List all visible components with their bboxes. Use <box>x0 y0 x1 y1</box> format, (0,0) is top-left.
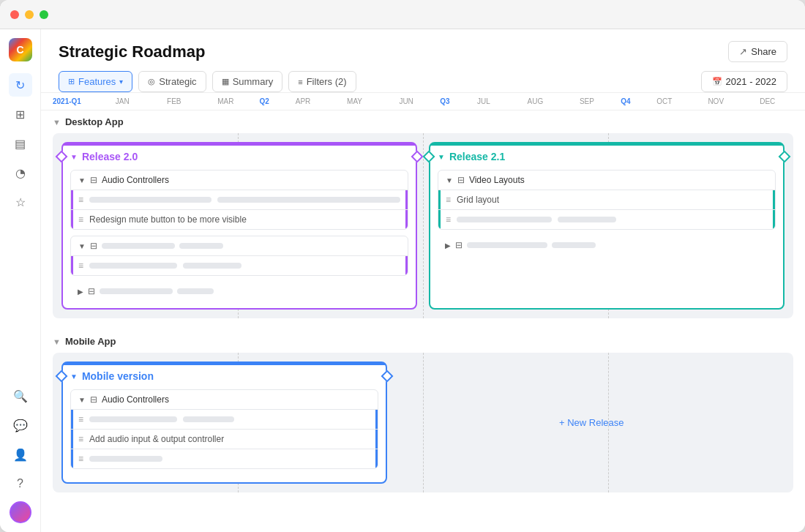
left-bar <box>71 256 73 275</box>
desktop-releases-area: ▼ Release 2.0 ▼ ⊟ Audio Controllers <box>53 133 793 318</box>
chevron-down-icon: ▼ <box>53 118 61 127</box>
chevron-down-icon: ▼ <box>78 396 86 404</box>
sidebar-search-icon[interactable]: 🔍 <box>9 384 32 408</box>
timeline-area[interactable]: 2021-Q1 JAN FEB MAR Q2 APR MAY JUN Q3 JU… <box>41 93 805 532</box>
chevron-icon: ▼ <box>70 372 78 381</box>
release-top-bar-blue <box>63 363 386 365</box>
target-icon: ◎ <box>148 77 155 86</box>
left-bar <box>438 190 441 209</box>
grid-icon: ⊞ <box>68 77 75 86</box>
release-top-bar-teal <box>430 143 783 146</box>
mobile-releases-area: ▼ Mobile version ▼ ⊟ Audio Controllers <box>53 353 793 492</box>
list-icon: ≡ <box>78 454 83 464</box>
new-release-button[interactable]: + New Release <box>553 411 630 434</box>
month-may: MAY <box>329 97 381 105</box>
list-icon: ≡ <box>78 261 83 271</box>
maximize-button[interactable] <box>40 10 48 19</box>
year-button[interactable]: 📅 2021 - 2022 <box>701 71 787 92</box>
release-title: Mobile version <box>82 370 154 382</box>
feature-group-2-header[interactable]: ▼ ⊟ <box>71 236 408 255</box>
skeleton-line <box>552 242 596 248</box>
diamond-right-purple <box>411 151 424 163</box>
sidebar-item-roadmap[interactable]: ↻ <box>9 73 32 97</box>
month-apr: APR <box>277 97 329 105</box>
skeleton-line <box>102 243 175 249</box>
release-mobile-header: ▼ Mobile version <box>70 370 378 382</box>
sidebar-person-icon[interactable]: 👤 <box>9 443 32 466</box>
tab-summary[interactable]: ▦ Summary <box>212 71 283 92</box>
feature-group-header[interactable]: ▼ ⊟ Audio Controllers <box>71 171 408 190</box>
group-mobile-app-header[interactable]: ▼ Mobile App <box>41 330 805 353</box>
filter-icon: ≡ <box>298 78 302 86</box>
release-2-0-header: ▼ Release 2.0 <box>70 151 408 162</box>
feature-group-icon: ⊟ <box>88 286 95 296</box>
tab-features[interactable]: ⊞ Features ▾ <box>59 71 132 92</box>
sidebar-item-layers[interactable]: ▤ <box>9 132 32 155</box>
skeleton-content <box>89 263 400 269</box>
skeleton-line <box>217 197 400 203</box>
group-desktop-app: ▼ Desktop App <box>41 110 805 318</box>
calendar-icon: ▦ <box>222 77 229 86</box>
release-2-1-header: ▼ Release 2.1 <box>438 151 776 162</box>
group-desktop-app-header[interactable]: ▼ Desktop App <box>41 110 805 133</box>
release-card-2-0: ▼ Release 2.0 ▼ ⊟ Audio Controllers <box>61 142 417 310</box>
feature-group-icon: ⊟ <box>90 175 97 185</box>
calendar-range-icon: 📅 <box>712 77 722 86</box>
feature-item[interactable]: ≡ Redesign mute button to be more visibl… <box>71 209 408 229</box>
filters-button[interactable]: ≡ Filters (2) <box>288 71 356 92</box>
feature-group-audio-controllers: ▼ ⊟ Audio Controllers ≡ <box>70 170 408 230</box>
skeleton-content <box>467 242 596 248</box>
feature-item[interactable]: ≡ Grid layout <box>438 190 775 209</box>
tab-strategic[interactable]: ◎ Strategic <box>138 71 206 92</box>
toolbar-row: ⊞ Features ▾ ◎ Strategic ▦ Summary ≡ F <box>59 71 787 92</box>
skeleton-line <box>177 288 214 294</box>
skeleton-line <box>457 217 552 222</box>
month-jan: JAN <box>97 97 149 105</box>
skeleton-row <box>102 243 400 249</box>
release-top-bar-purple <box>63 143 416 146</box>
right-bar <box>375 449 378 468</box>
diamond-left-teal <box>423 151 435 163</box>
feature-group-2-collapsed[interactable]: ▶ ⊟ <box>438 236 776 255</box>
sidebar-item-grid[interactable]: ⊞ <box>9 102 32 126</box>
feature-item[interactable]: ≡ Add audio input & output controller <box>71 429 378 449</box>
release-title: Release 2.1 <box>449 151 505 162</box>
app-window: C ↻ ⊞ ▤ ◔ ☆ 🔍 💬 👤 ? Strategic Roadmap ↗ <box>0 0 805 532</box>
feature-group-icon: ⊟ <box>457 175 465 185</box>
feature-group-video-layouts: ▼ ⊟ Video Layouts ≡ Grid layout <box>438 170 776 230</box>
feature-group-3-collapsed[interactable]: ▶ ⊟ <box>70 282 408 301</box>
feature-text: Grid layout <box>457 195 499 205</box>
feature-item[interactable]: ≡ <box>71 190 408 209</box>
skeleton-content <box>89 416 370 422</box>
sidebar-question-icon[interactable]: ? <box>9 472 32 495</box>
feature-item[interactable]: ≡ <box>438 209 775 229</box>
feature-item[interactable]: ≡ <box>71 449 378 468</box>
month-oct: OCT <box>638 97 690 105</box>
diamond-left-blue <box>56 370 68 383</box>
avatar[interactable] <box>10 501 31 523</box>
group-label: Desktop App <box>65 116 124 127</box>
feature-item[interactable]: ≡ <box>71 255 408 275</box>
feature-group-header[interactable]: ▼ ⊟ Audio Controllers <box>71 390 378 409</box>
sidebar-chat-icon[interactable]: 💬 <box>9 413 32 437</box>
right-bar <box>375 430 378 449</box>
skeleton-content <box>457 217 768 222</box>
dashed-line-2 <box>423 133 424 318</box>
feature-text: Redesign mute button to be more visible <box>89 214 247 225</box>
month-dec: DEC <box>741 97 793 105</box>
feature-item[interactable]: ≡ <box>71 409 378 429</box>
minimize-button[interactable] <box>25 10 34 19</box>
right-bar <box>773 190 775 209</box>
feature-group-header[interactable]: ▼ ⊟ Video Layouts <box>438 171 775 190</box>
sidebar-item-clock[interactable]: ◔ <box>9 161 32 184</box>
sidebar-item-star[interactable]: ☆ <box>9 190 32 214</box>
share-button[interactable]: ↗ Share <box>728 41 787 62</box>
close-button[interactable] <box>10 10 19 19</box>
list-icon: ≡ <box>78 195 83 205</box>
feature-group-mobile-audio: ▼ ⊟ Audio Controllers ≡ <box>70 389 378 469</box>
feature-group-icon: ⊟ <box>455 240 463 250</box>
skeleton-line <box>89 197 211 203</box>
chevron-icon: ▼ <box>70 153 78 161</box>
right-bar <box>773 210 775 229</box>
chevron-right-icon: ▶ <box>78 288 83 296</box>
